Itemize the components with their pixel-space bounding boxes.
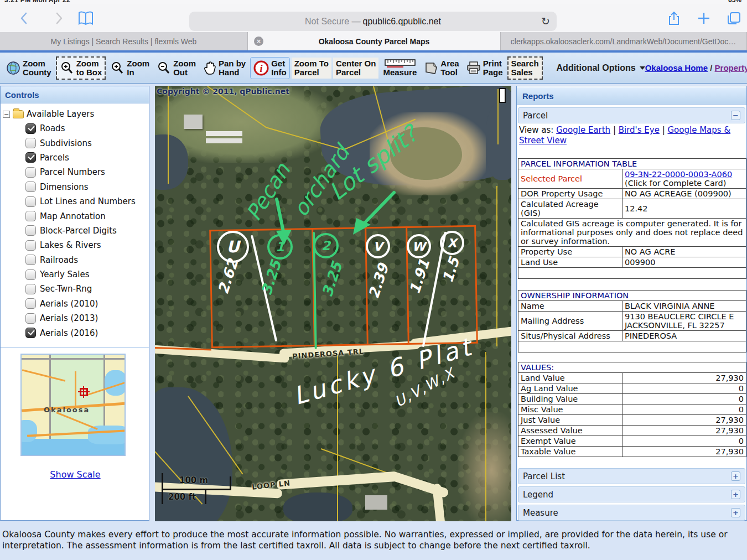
- layer-item[interactable]: Aerials (2010): [25, 297, 149, 311]
- layer-item[interactable]: Parcels: [25, 151, 149, 165]
- pan-by-hand-button[interactable]: Pan byHand: [200, 58, 248, 79]
- property-search-link[interactable]: Property Search: [715, 63, 747, 72]
- search-sales-button[interactable]: SearchSales: [507, 56, 543, 80]
- gis-note: Calculated GIS acreage is computer gener…: [518, 219, 746, 247]
- layer-label: Block-Parcel Digits: [40, 226, 117, 236]
- accordion-legend[interactable]: Legend+: [518, 486, 745, 502]
- layer-checkbox[interactable]: [25, 269, 36, 280]
- accordion-label: Measure: [523, 508, 558, 518]
- layer-item[interactable]: Map Annotation: [25, 209, 149, 223]
- expand-icon[interactable]: +: [731, 508, 740, 517]
- button-label: SearchSales: [511, 59, 539, 77]
- layer-item[interactable]: Aerials (2016): [25, 325, 149, 340]
- layer-item[interactable]: Sec-Twn-Rng: [25, 282, 149, 296]
- layer-item[interactable]: Dimensions: [25, 180, 149, 194]
- new-tab-icon[interactable]: [696, 11, 712, 26]
- row-label: Assessed Value: [518, 426, 622, 436]
- layer-item[interactable]: Subdivisions: [25, 136, 149, 150]
- button-label: ZoomIn: [127, 59, 149, 77]
- center-on-parcel-button[interactable]: Center OnParcel: [333, 58, 379, 79]
- map-scrollbar-thumb[interactable]: [499, 88, 506, 103]
- google-earth-link[interactable]: Google Earth: [556, 125, 610, 135]
- layer-checkbox[interactable]: [25, 313, 36, 324]
- zoom-county-button[interactable]: ZoomCounty: [3, 58, 54, 79]
- layer-checkbox[interactable]: [25, 240, 36, 251]
- get-info-button[interactable]: iGetInfo: [250, 57, 290, 79]
- pond-bottom: [283, 492, 352, 521]
- layer-checkbox[interactable]: [25, 255, 36, 265]
- layer-item[interactable]: Roads: [25, 121, 149, 136]
- browser-tab[interactable]: My Listings | Search Results | flexmls W…: [0, 32, 248, 50]
- values-table: VALUES: Land Value27,930Ag Land Value0Bu…: [518, 362, 746, 457]
- layer-item[interactable]: Aerials (2013): [25, 311, 149, 325]
- measure-button[interactable]: Measure: [380, 59, 419, 77]
- share-icon[interactable]: [666, 11, 682, 26]
- ruler-icon: [385, 59, 416, 68]
- layer-checkbox[interactable]: [25, 152, 36, 163]
- tabs-icon[interactable]: [726, 11, 741, 26]
- ownership-table: OWNERSHIP INFORMATION NameBLACK VIRGINIA…: [518, 290, 746, 352]
- zoom-to-parcel-button[interactable]: Zoom ToParcel: [292, 58, 331, 79]
- browser-tab[interactable]: ×Okaloosa County Parcel Maps: [248, 32, 501, 50]
- okaloosa-home-link[interactable]: Okaloosa Home: [645, 63, 708, 72]
- layer-checkbox[interactable]: [25, 182, 36, 192]
- accordion-label: Legend: [523, 490, 553, 500]
- forward-icon[interactable]: [51, 11, 66, 26]
- qpublic-toolbar: ZoomCountyZoomto BoxZoomInZoomOutPan byH…: [0, 53, 747, 84]
- close-tab-icon[interactable]: ×: [254, 37, 263, 46]
- layer-label: Parcel Numbers: [40, 167, 105, 177]
- row-label: Taxable Value: [518, 447, 622, 457]
- refresh-icon[interactable]: ↻: [541, 15, 550, 28]
- layer-item[interactable]: Block-Parcel Digits: [25, 224, 149, 238]
- back-icon[interactable]: [17, 11, 32, 26]
- layer-item[interactable]: Lot Lines and Numbers: [25, 194, 149, 209]
- birds-eye-link[interactable]: Bird's Eye: [619, 125, 660, 135]
- parcel-section-bar[interactable]: Parcel −: [518, 107, 745, 123]
- layer-tree-root[interactable]: − Available Layers: [1, 103, 149, 121]
- row-value: 9130 BEAUCLERC CIRCLE E JACKSONVILLE, FL…: [622, 312, 746, 331]
- zoom-to-box-button[interactable]: Zoomto Box: [56, 56, 106, 80]
- zoom-out-button[interactable]: ZoomOut: [154, 58, 199, 79]
- table-header: OWNERSHIP INFORMATION: [518, 291, 746, 301]
- accordion-measure[interactable]: Measure+: [518, 505, 745, 521]
- layer-label: Aerials (2016): [40, 328, 98, 338]
- parcel-letter-annotation: V: [366, 234, 390, 258]
- table-row: Building Value0: [518, 394, 746, 405]
- parcel-section-label: Parcel: [523, 111, 548, 121]
- tree-collapse-icon[interactable]: −: [3, 111, 10, 118]
- address-bar[interactable]: Not Secure — qpublic6.qpublic.net ↻: [189, 12, 557, 31]
- collapse-icon[interactable]: −: [731, 111, 740, 120]
- show-scale-link[interactable]: Show Scale: [1, 469, 150, 480]
- bookmarks-icon[interactable]: [76, 11, 95, 26]
- layer-label: Dimensions: [40, 182, 89, 192]
- row-value: 12.42: [622, 199, 746, 219]
- layer-checkbox[interactable]: [25, 284, 36, 294]
- tab-label: clerkapps.okaloosaclerk.com/LandmarkWeb/…: [511, 37, 736, 46]
- expand-icon[interactable]: +: [731, 471, 740, 481]
- overview-minimap[interactable]: Okaloosa: [20, 354, 126, 456]
- layer-item[interactable]: Yearly Sales: [25, 267, 149, 282]
- expand-icon[interactable]: +: [731, 490, 740, 499]
- layer-checkbox[interactable]: [25, 298, 36, 309]
- layer-checkbox[interactable]: [25, 123, 36, 134]
- layer-checkbox[interactable]: [25, 138, 36, 148]
- aerial-map[interactable]: PINDEROSA TRL LOOP LN Pecan orchard Lot …: [155, 86, 511, 521]
- parcel-id-link[interactable]: 09-3N-22-0000-0003-A060: [625, 170, 732, 179]
- layer-checkbox[interactable]: [25, 196, 36, 207]
- layer-checkbox[interactable]: [25, 167, 36, 178]
- parcel-line: [497, 89, 499, 144]
- additional-options-menu[interactable]: Additional Options: [557, 63, 645, 73]
- area-tool-button[interactable]: AreaTool: [421, 58, 461, 79]
- layer-item[interactable]: Railroads: [25, 253, 149, 267]
- zoom-in-button[interactable]: ZoomIn: [107, 58, 152, 79]
- row-label: Property Use: [518, 247, 622, 257]
- print-page-button[interactable]: PrintPage: [464, 58, 506, 79]
- layer-item[interactable]: Lakes & Rivers: [25, 238, 149, 252]
- layer-checkbox[interactable]: [25, 328, 36, 338]
- layer-item[interactable]: Parcel Numbers: [25, 165, 149, 179]
- accordion-parcel-list[interactable]: Parcel List+: [518, 468, 745, 484]
- row-label: Building Value: [518, 394, 622, 405]
- layer-checkbox[interactable]: [25, 225, 36, 236]
- layer-checkbox[interactable]: [25, 211, 36, 221]
- browser-tab[interactable]: clerkapps.okaloosaclerk.com/LandmarkWeb/…: [501, 32, 747, 50]
